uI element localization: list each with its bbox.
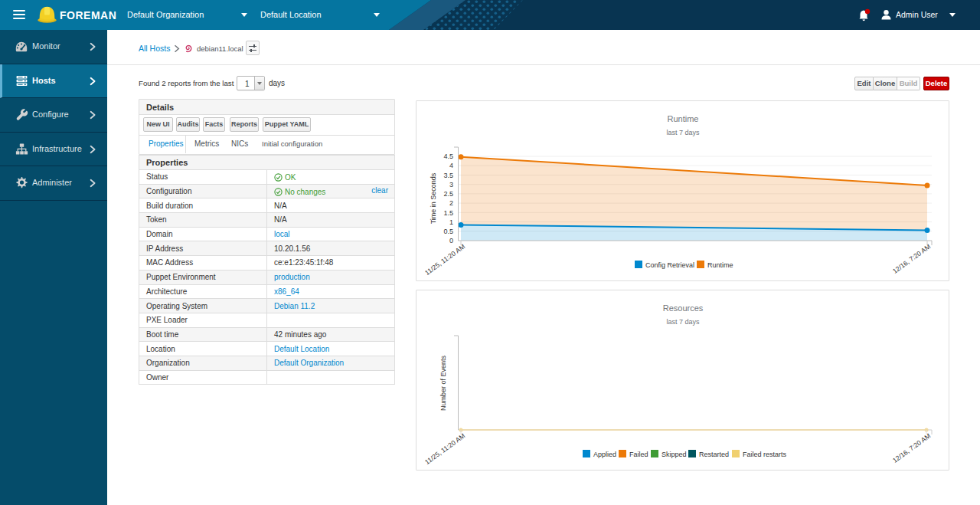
- svg-text:0.5: 0.5: [443, 228, 453, 235]
- svg-text:11/25, 11:20 AM: 11/25, 11:20 AM: [423, 243, 466, 277]
- svg-text:0: 0: [449, 237, 453, 244]
- svg-text:Skipped: Skipped: [662, 451, 687, 458]
- svg-text:3: 3: [449, 181, 453, 189]
- svg-text:Runtime: Runtime: [707, 261, 733, 269]
- svg-text:Failed restarts: Failed restarts: [743, 451, 787, 458]
- svg-text:last 7 days: last 7 days: [666, 129, 700, 136]
- svg-text:Runtime: Runtime: [668, 114, 699, 123]
- svg-text:4.5: 4.5: [443, 152, 453, 160]
- svg-text:Failed: Failed: [629, 451, 648, 458]
- svg-text:12/16, 7:20 AM: 12/16, 7:20 AM: [891, 432, 932, 464]
- svg-text:last 7 days: last 7 days: [666, 318, 700, 326]
- svg-text:Restarted: Restarted: [699, 451, 729, 458]
- svg-text:1: 1: [449, 218, 453, 226]
- svg-text:4: 4: [449, 162, 453, 169]
- svg-text:Applied: Applied: [593, 451, 616, 458]
- svg-text:11/25, 11:20 AM: 11/25, 11:20 AM: [423, 432, 466, 467]
- svg-text:Time in Seconds: Time in Seconds: [430, 172, 437, 224]
- svg-text:12/16, 7:20 AM: 12/16, 7:20 AM: [891, 243, 932, 275]
- svg-text:2.5: 2.5: [443, 190, 453, 198]
- svg-text:2: 2: [449, 199, 453, 207]
- svg-text:Resources: Resources: [663, 303, 704, 313]
- svg-text:Number of Events: Number of Events: [439, 355, 447, 411]
- svg-text:1.5: 1.5: [443, 209, 453, 217]
- svg-text:3.5: 3.5: [443, 172, 453, 179]
- svg-text:Config Retrieval: Config Retrieval: [645, 261, 694, 269]
